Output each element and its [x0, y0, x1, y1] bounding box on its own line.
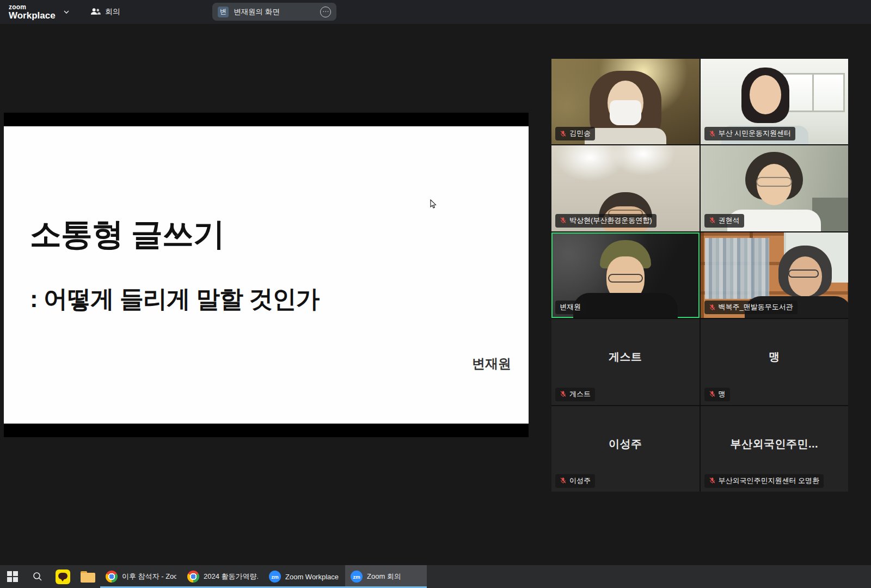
participant-name: 박상현(부산환경운동연합): [569, 216, 652, 225]
muted-mic-icon: [709, 304, 716, 311]
muted-mic-icon: [709, 130, 716, 137]
shared-screen-area: 소통형 글쓰기 : 어떻게 들리게 말할 것인가 변재원: [4, 113, 529, 437]
taskbar-window-label: Zoom 회의: [367, 572, 401, 581]
more-options-icon[interactable]: ⋯: [320, 7, 331, 17]
share-tab-badge: 변: [218, 7, 229, 17]
participant-center-name: 이성주: [551, 436, 700, 451]
taskbar-window-label: Zoom Workplace: [285, 573, 339, 581]
muted-mic-icon: [560, 130, 567, 137]
participant-name: 이성주: [569, 476, 591, 486]
zoom-app-icon: zm: [269, 571, 281, 583]
participant-tile[interactable]: 맹 맹: [701, 319, 849, 405]
participant-video: [585, 128, 666, 144]
search-icon: [32, 571, 43, 582]
slide-author: 변재원: [472, 355, 511, 372]
search-button[interactable]: [25, 565, 50, 588]
participant-video: [610, 100, 641, 125]
muted-mic-icon: [560, 390, 567, 397]
muted-mic-icon: [709, 217, 716, 224]
participant-tile[interactable]: 권현석: [701, 145, 849, 231]
name-label: 변재원: [555, 301, 585, 314]
presentation-slide: 소통형 글쓰기 : 어떻게 들리게 말할 것인가 변재원: [4, 126, 529, 424]
zoom-workplace-logo: zoom Workplace: [9, 4, 56, 20]
participant-video: [705, 238, 769, 299]
tab-meeting-label: 회의: [105, 7, 120, 17]
participant-name: 부산외국인주민지원센터 오명환: [719, 476, 820, 486]
video-gallery: 김민송 부산 시민운동지원센터 박상현(부산환경운동연합): [551, 59, 848, 492]
muted-mic-icon: [560, 217, 567, 224]
mouse-cursor: [430, 199, 437, 211]
slide-title: 소통형 글쓰기: [30, 213, 224, 256]
taskbar-zoom-workplace[interactable]: zm Zoom Workplace: [263, 565, 345, 588]
participant-center-name: 게스트: [551, 350, 700, 364]
participant-name: 부산 시민운동지원센터: [719, 128, 792, 138]
file-explorer-button[interactable]: [75, 565, 100, 588]
chrome-icon: [187, 571, 199, 583]
name-label: 김민송: [555, 127, 595, 140]
taskbar-zoom-meeting[interactable]: zm Zoom 회의: [345, 565, 427, 588]
taskbar-window-label: 2024 활동가역량...: [204, 572, 258, 581]
participant-center-name: 부산외국인주민...: [701, 436, 849, 451]
name-label: 부산외국인주민지원센터 오명환: [704, 474, 824, 488]
chevron-down-icon[interactable]: [63, 10, 70, 14]
logo-line-workplace: Workplace: [9, 11, 56, 20]
participant-tile[interactable]: 부산외국인주민... 부산외국인주민지원센터 오명환: [701, 406, 849, 492]
name-label: 부산 시민운동지원센터: [704, 127, 796, 140]
tab-meeting[interactable]: 회의: [90, 7, 120, 17]
participant-tile[interactable]: 부산 시민운동지원센터: [701, 59, 849, 144]
name-label: 권현석: [704, 214, 744, 228]
participant-tile[interactable]: 게스트 게스트: [551, 319, 700, 405]
participant-name: 맹: [719, 389, 726, 399]
name-label: 박상현(부산환경운동연합): [555, 214, 657, 228]
participant-tile-active-speaker[interactable]: 변재원: [551, 232, 700, 318]
kakaotalk-icon: [56, 569, 70, 584]
taskbar-chrome-window-2[interactable]: 2024 활동가역량...: [182, 565, 263, 588]
muted-mic-icon: [560, 477, 567, 484]
participant-video: [756, 177, 792, 187]
participant-name: 변재원: [560, 302, 581, 312]
slide-subtitle: : 어떻게 들리게 말할 것인가: [30, 283, 320, 315]
muted-mic-icon: [709, 390, 716, 397]
participant-center-name: 맹: [701, 350, 849, 364]
zoom-meeting-window: zoom Workplace 회의 변 변재원의 화면 ⋯ 소통형 글쓰기 : …: [0, 0, 871, 588]
windows-logo-icon: [7, 571, 18, 582]
title-bar: zoom Workplace 회의 변 변재원의 화면 ⋯: [0, 0, 871, 24]
zoom-app-icon: zm: [351, 571, 363, 583]
participant-video: [608, 274, 643, 283]
participant-video: [573, 293, 678, 318]
logo-line-zoom: zoom: [9, 4, 56, 10]
participant-tile[interactable]: 백복주_맨발동무도서관: [701, 232, 849, 318]
participant-name: 권현석: [719, 216, 740, 225]
taskbar-chrome-window-1[interactable]: 이후 참석자 - Zoo...: [100, 565, 182, 588]
participant-video: [812, 73, 814, 112]
muted-mic-icon: [709, 477, 716, 484]
name-label: 백복주_맨발동무도서관: [704, 301, 798, 314]
participant-name: 백복주_맨발동무도서관: [719, 302, 793, 312]
name-label: 맹: [704, 388, 730, 401]
kakaotalk-button[interactable]: [50, 565, 75, 588]
folder-icon: [81, 571, 95, 583]
participant-video: [750, 75, 781, 114]
participant-video: [788, 270, 819, 278]
taskbar-window-label: 이후 참석자 - Zoo...: [122, 572, 176, 581]
tab-shared-screen[interactable]: 변 변재원의 화면 ⋯: [212, 3, 336, 21]
start-button[interactable]: [0, 565, 25, 588]
participant-name: 게스트: [569, 389, 591, 399]
participant-name: 김민송: [569, 128, 591, 138]
share-tab-label: 변재원의 화면: [234, 7, 315, 17]
participant-tile[interactable]: 박상현(부산환경운동연합): [551, 145, 700, 231]
windows-taskbar: 이후 참석자 - Zoo... 2024 활동가역량... zm Zoom Wo…: [0, 565, 871, 588]
participant-tile[interactable]: 김민송: [551, 59, 700, 144]
chrome-icon: [106, 571, 118, 583]
name-label: 이성주: [555, 474, 595, 488]
name-label: 게스트: [555, 388, 595, 401]
participant-tile[interactable]: 이성주 이성주: [551, 406, 700, 492]
people-icon: [90, 8, 101, 17]
